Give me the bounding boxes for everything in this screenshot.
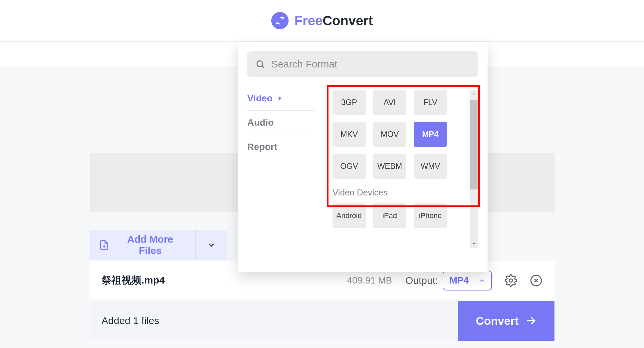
file-plus-icon xyxy=(99,240,109,250)
add-files-label: Add More Files xyxy=(115,234,186,256)
format-option-webm[interactable]: WEBM xyxy=(373,154,406,179)
output-format-select[interactable]: MP4 xyxy=(443,271,492,290)
category-audio[interactable]: Audio xyxy=(247,111,314,135)
format-option-wmv[interactable]: WMV xyxy=(414,154,447,179)
category-video[interactable]: Video xyxy=(247,86,314,111)
search-icon xyxy=(255,59,265,69)
svg-line-8 xyxy=(262,66,264,68)
svg-point-2 xyxy=(509,279,513,282)
category-label: Audio xyxy=(247,117,274,128)
add-files-bar: Add More Files xyxy=(90,230,227,260)
added-count-label: Added 1 files xyxy=(102,315,159,326)
logo[interactable]: FreeConvert xyxy=(271,12,373,29)
brand-name: FreeConvert xyxy=(295,13,373,28)
device-option-iphone[interactable]: iPhone xyxy=(414,203,447,228)
format-option-avi[interactable]: AVI xyxy=(373,90,406,115)
category-label: Report xyxy=(247,142,277,152)
file-size: 409.91 MB xyxy=(347,275,392,286)
format-picker-popup: Video Audio Report 3GPAVIFLVMKVMOVMP4OGV… xyxy=(238,42,488,272)
file-remove-button[interactable] xyxy=(530,274,542,287)
chevron-up-icon xyxy=(479,277,485,284)
convert-button[interactable]: Convert xyxy=(458,301,554,341)
popup-body: Video Audio Report 3GPAVIFLVMKVMOVMP4OGV… xyxy=(247,86,478,266)
device-format-grid: AndroidiPadiPhone xyxy=(332,203,478,228)
file-name: 祭祖视频.mp4 xyxy=(102,274,165,287)
add-files-dropdown-button[interactable] xyxy=(195,230,227,260)
video-format-grid: 3GPAVIFLVMKVMOVMP4OGVWEBMWMV xyxy=(332,90,478,179)
format-area: 3GPAVIFLVMKVMOVMP4OGVWEBMWMV Video Devic… xyxy=(332,86,478,266)
device-option-android[interactable]: Android xyxy=(332,203,366,228)
file-settings-button[interactable] xyxy=(505,274,517,287)
chevron-up-icon xyxy=(472,92,476,96)
output-value: MP4 xyxy=(449,275,469,286)
scrollbar-thumb[interactable] xyxy=(470,100,478,189)
close-circle-icon xyxy=(530,274,542,287)
convert-label: Convert xyxy=(476,314,519,327)
footer-bar: Added 1 files Convert xyxy=(90,301,554,341)
app-header: FreeConvert xyxy=(0,0,644,42)
category-list: Video Audio Report xyxy=(247,86,314,266)
brand-bold: Convert xyxy=(322,13,373,28)
format-search-input[interactable] xyxy=(271,58,470,70)
format-option-mp4[interactable]: MP4 xyxy=(414,122,447,147)
format-option-mov[interactable]: MOV xyxy=(373,122,406,147)
device-option-ipad[interactable]: iPad xyxy=(373,203,406,228)
format-option-mkv[interactable]: MKV xyxy=(332,122,366,147)
logo-refresh-icon xyxy=(271,12,289,29)
video-devices-title: Video Devices xyxy=(332,187,478,198)
format-scrollbar[interactable] xyxy=(470,90,478,248)
category-label: Video xyxy=(247,93,273,104)
arrow-right-icon xyxy=(525,315,537,326)
format-option-3gp[interactable]: 3GP xyxy=(332,90,366,115)
output-label: Output: xyxy=(405,275,438,286)
chevron-down-icon xyxy=(207,240,216,250)
format-search-box[interactable] xyxy=(247,51,478,77)
format-option-flv[interactable]: FLV xyxy=(414,90,447,115)
chevron-down-icon xyxy=(472,241,476,246)
svg-point-7 xyxy=(257,61,263,67)
add-more-files-button[interactable]: Add More Files xyxy=(90,230,195,260)
brand-light: Free xyxy=(295,13,323,28)
gear-icon xyxy=(505,274,517,287)
format-option-ogv[interactable]: OGV xyxy=(332,154,366,179)
category-report[interactable]: Report xyxy=(247,135,314,159)
